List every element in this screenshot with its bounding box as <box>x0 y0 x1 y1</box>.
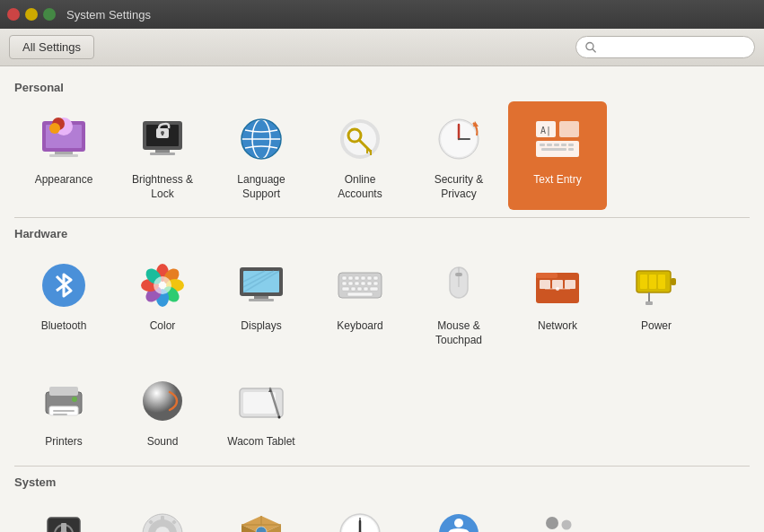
language-support-label: LanguageSupport <box>237 173 285 201</box>
personal-items-grid: Appearance Br <box>14 101 750 210</box>
section-personal: Personal Appearance <box>14 81 750 218</box>
color-icon <box>134 257 191 314</box>
power-label: Power <box>641 319 672 334</box>
svg-line-1 <box>593 49 595 52</box>
sidebar-item-keyboard[interactable]: Keyboard <box>311 248 409 356</box>
wacom-tablet-icon <box>233 372 290 430</box>
svg-point-88 <box>556 287 559 291</box>
svg-rect-39 <box>541 148 566 151</box>
svg-rect-92 <box>649 275 656 289</box>
section-system-title: System <box>14 475 750 489</box>
svg-rect-7 <box>55 152 73 154</box>
svg-rect-74 <box>357 287 362 291</box>
sidebar-item-sound[interactable]: Sound <box>113 363 212 458</box>
sidebar-item-software-updates[interactable]: Software &Updates <box>212 496 311 532</box>
sidebar-item-wacom-tablet[interactable]: Wacom Tablet <box>212 363 311 458</box>
software-updates-icon <box>233 505 290 532</box>
sidebar-item-details[interactable]: Details <box>113 496 212 532</box>
all-settings-button[interactable]: All Settings <box>9 35 94 59</box>
svg-text:A|: A| <box>540 126 551 136</box>
displays-icon <box>233 257 290 314</box>
svg-rect-104 <box>243 392 276 414</box>
svg-rect-62 <box>355 276 359 280</box>
sidebar-item-security-privacy[interactable]: Security &Privacy <box>409 101 508 210</box>
svg-rect-72 <box>342 287 349 291</box>
security-privacy-label: Security &Privacy <box>435 173 484 201</box>
online-accounts-label: OnlineAccounts <box>338 173 382 201</box>
sidebar-item-text-entry[interactable]: A| Text Entry <box>508 101 607 210</box>
user-accounts-icon <box>529 505 586 532</box>
main-content: Personal Appearance <box>0 66 764 532</box>
language-support-icon <box>233 110 290 168</box>
svg-rect-95 <box>645 301 653 305</box>
section-hardware-title: Hardware <box>14 227 750 240</box>
svg-rect-64 <box>367 276 372 280</box>
svg-rect-82 <box>536 273 558 278</box>
text-entry-icon: A| <box>529 110 586 168</box>
sidebar-item-universal-access[interactable]: UniversalAccess <box>409 496 508 532</box>
sidebar-item-color[interactable]: Color <box>113 248 212 356</box>
sidebar-item-backups[interactable]: Backups <box>14 496 113 532</box>
svg-rect-8 <box>49 154 78 157</box>
sidebar-item-brightness-lock[interactable]: Brightness &Lock <box>113 101 212 210</box>
svg-point-146 <box>562 519 572 529</box>
hardware-items-grid: Bluetooth <box>14 248 750 356</box>
svg-point-6 <box>49 123 60 134</box>
sidebar-item-user-accounts[interactable]: UserAccounts <box>508 496 607 532</box>
svg-rect-73 <box>351 287 356 291</box>
window-title: System Settings <box>66 8 757 22</box>
sound-label: Sound <box>147 435 179 449</box>
color-label: Color <box>150 319 176 334</box>
svg-rect-71 <box>373 282 378 285</box>
sidebar-item-printers[interactable]: Printers <box>14 363 113 458</box>
toolbar: All Settings <box>0 29 764 66</box>
sidebar-item-language-support[interactable]: LanguageSupport <box>212 101 311 210</box>
svg-rect-91 <box>640 275 647 289</box>
sidebar-item-power[interactable]: Power <box>607 248 706 356</box>
svg-rect-80 <box>455 273 462 276</box>
close-button[interactable] <box>7 8 20 21</box>
svg-rect-75 <box>364 287 368 291</box>
personal-divider <box>14 217 750 218</box>
time-date-icon <box>331 505 389 532</box>
sidebar-item-appearance[interactable]: Appearance <box>14 101 113 210</box>
svg-rect-11 <box>155 150 170 153</box>
sidebar-item-time-date[interactable]: Time & Date <box>311 496 409 532</box>
online-accounts-icon <box>331 110 389 168</box>
brightness-lock-icon <box>134 110 191 168</box>
network-icon <box>529 257 586 314</box>
sidebar-item-displays[interactable]: Displays <box>212 248 311 356</box>
sidebar-item-bluetooth[interactable]: Bluetooth <box>14 248 113 356</box>
svg-rect-93 <box>658 275 665 289</box>
displays-label: Displays <box>241 319 281 334</box>
svg-point-101 <box>72 397 77 402</box>
svg-rect-57 <box>254 296 268 299</box>
appearance-label: Appearance <box>35 173 93 188</box>
mouse-touchpad-label: Mouse &Touchpad <box>435 319 482 347</box>
minimize-button[interactable] <box>25 8 38 21</box>
keyboard-icon <box>331 257 389 314</box>
printers-label: Printers <box>45 435 82 449</box>
svg-rect-60 <box>342 276 347 280</box>
section-personal-title: Personal <box>14 81 750 94</box>
sidebar-item-network[interactable]: Network <box>508 248 607 356</box>
svg-rect-97 <box>49 387 78 396</box>
svg-rect-99 <box>53 410 75 412</box>
section-system: System Backups <box>14 475 750 532</box>
svg-rect-63 <box>361 276 365 280</box>
search-box <box>575 36 755 58</box>
search-icon <box>585 41 596 53</box>
svg-rect-68 <box>355 282 359 285</box>
svg-rect-119 <box>161 516 164 521</box>
svg-point-107 <box>278 416 281 419</box>
svg-rect-90 <box>671 278 676 285</box>
bluetooth-label: Bluetooth <box>41 319 87 334</box>
search-input[interactable] <box>602 40 745 54</box>
sidebar-item-mouse-touchpad[interactable]: Mouse &Touchpad <box>409 248 508 356</box>
maximize-button[interactable] <box>43 8 56 21</box>
svg-rect-70 <box>367 282 372 285</box>
titlebar: System Settings <box>0 0 764 29</box>
universal-access-icon <box>430 505 487 532</box>
sidebar-item-online-accounts[interactable]: OnlineAccounts <box>311 101 409 210</box>
backups-icon <box>35 505 92 532</box>
